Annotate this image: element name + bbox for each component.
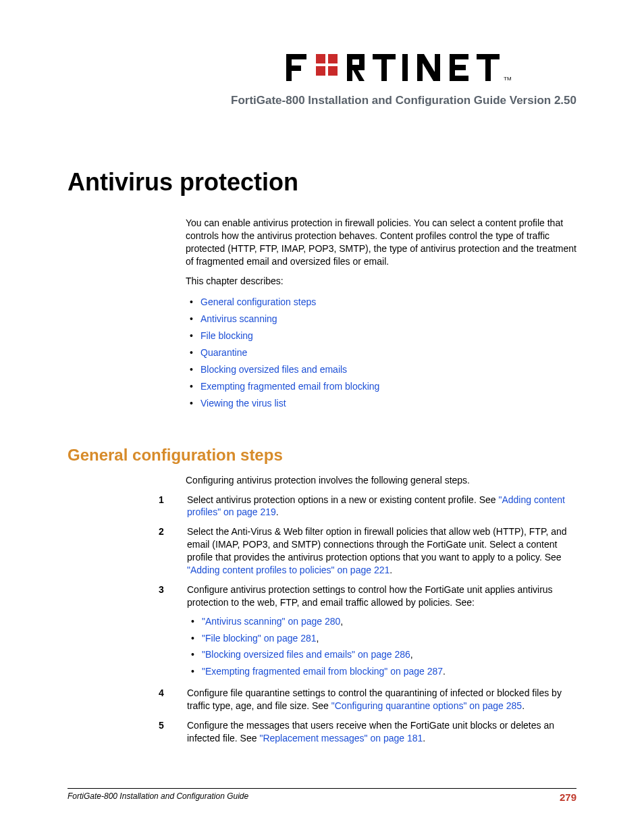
toc-link-general-config[interactable]: General configuration steps bbox=[200, 296, 316, 307]
link-antivirus-scanning-page[interactable]: "Antivirus scanning" on page 280 bbox=[202, 616, 340, 627]
step-number: 4 bbox=[159, 687, 187, 712]
step-body: Select the Anti-Virus & Web filter optio… bbox=[187, 525, 576, 577]
punct: , bbox=[410, 649, 413, 660]
step-number: 1 bbox=[159, 494, 187, 519]
step-text-tail: . bbox=[423, 733, 425, 744]
step-number: 3 bbox=[159, 583, 187, 680]
step-number: 5 bbox=[159, 719, 187, 745]
svg-rect-2 bbox=[286, 66, 301, 71]
step-text-tail: . bbox=[522, 700, 525, 711]
svg-rect-13 bbox=[381, 54, 387, 81]
chapter-title: Antivirus protection bbox=[68, 168, 576, 197]
toc-item: Blocking oversized files and emails bbox=[186, 361, 576, 378]
header-subtitle: FortiGate-800 Installation and Configura… bbox=[68, 94, 576, 107]
step-body: Select antivirus protection options in a… bbox=[187, 494, 576, 519]
toc-item: Exempting fragmented email from blocking bbox=[186, 378, 576, 395]
svg-rect-20 bbox=[450, 65, 466, 70]
step-4: 4 Configure file quarantine settings to … bbox=[68, 687, 576, 712]
svg-rect-4 bbox=[328, 54, 338, 63]
step-text: Configure antivirus protection settings … bbox=[187, 584, 553, 608]
link-blocking-oversized-page[interactable]: "Blocking oversized files and emails" on… bbox=[202, 649, 410, 660]
svg-rect-21 bbox=[450, 76, 468, 81]
toc-item: General configuration steps bbox=[186, 294, 576, 311]
footer-doc-title: FortiGate-800 Installation and Configura… bbox=[68, 791, 248, 803]
toc-item: Quarantine bbox=[186, 344, 576, 361]
toc-link-exempting-fragmented[interactable]: Exempting fragmented email from blocking bbox=[200, 381, 379, 392]
step-text: Select the Anti-Virus & Web filter optio… bbox=[187, 526, 567, 563]
section-heading-general-config: General configuration steps bbox=[68, 446, 576, 465]
toc-item: Viewing the virus list bbox=[186, 395, 576, 412]
toc-link-viewing-virus-list[interactable]: Viewing the virus list bbox=[200, 398, 286, 409]
link-file-blocking-page[interactable]: "File blocking" on page 281 bbox=[202, 633, 317, 644]
svg-rect-19 bbox=[450, 54, 468, 59]
step-body: Configure antivirus protection settings … bbox=[187, 583, 576, 680]
sub-item: "Exempting fragmented email from blockin… bbox=[187, 663, 576, 680]
step-body: Configure the messages that users receiv… bbox=[187, 719, 576, 745]
footer-page-number: 279 bbox=[560, 791, 576, 803]
svg-rect-23 bbox=[485, 54, 491, 81]
punct: , bbox=[317, 633, 319, 644]
step-text-tail: . bbox=[276, 506, 279, 517]
toc-link-file-blocking[interactable]: File blocking bbox=[200, 330, 253, 341]
svg-rect-6 bbox=[328, 66, 338, 76]
step-5: 5 Configure the messages that users rece… bbox=[68, 719, 576, 745]
chapter-toc: General configuration steps Antivirus sc… bbox=[186, 294, 576, 411]
step-3-sublist: "Antivirus scanning" on page 280, "File … bbox=[187, 613, 576, 681]
toc-link-blocking-oversized[interactable]: Blocking oversized files and emails bbox=[200, 364, 347, 375]
svg-rect-3 bbox=[316, 54, 325, 63]
document-page: TM FortiGate-800 Installation and Config… bbox=[0, 0, 644, 834]
toc-item: File blocking bbox=[186, 328, 576, 344]
logo-wrapper: TM bbox=[68, 51, 576, 87]
step-2: 2 Select the Anti-Virus & Web filter opt… bbox=[68, 525, 576, 577]
sub-item: "Blocking oversized files and emails" on… bbox=[187, 646, 576, 663]
link-adding-profiles-to-policies[interactable]: "Adding content profiles to policies" on… bbox=[187, 565, 390, 575]
toc-link-quarantine[interactable]: Quarantine bbox=[200, 347, 247, 358]
intro-block: You can enable antivirus protection in f… bbox=[186, 217, 576, 432]
svg-text:TM: TM bbox=[504, 76, 512, 82]
toc-item: Antivirus scanning bbox=[186, 311, 576, 328]
svg-rect-14 bbox=[402, 54, 408, 81]
page-footer: FortiGate-800 Installation and Configura… bbox=[68, 788, 576, 803]
step-number: 2 bbox=[159, 525, 187, 577]
step-3: 3 Configure antivirus protection setting… bbox=[68, 583, 576, 680]
sub-item: "Antivirus scanning" on page 280, bbox=[187, 613, 576, 630]
toc-link-antivirus-scanning[interactable]: Antivirus scanning bbox=[200, 313, 277, 324]
step-text: Select antivirus protection options in a… bbox=[187, 494, 498, 505]
punct: , bbox=[340, 616, 343, 627]
punct: . bbox=[443, 666, 446, 677]
step-1: 1 Select antivirus protection options in… bbox=[68, 494, 576, 519]
link-replacement-messages[interactable]: "Replacement messages" on page 181 bbox=[259, 733, 423, 744]
section-intro-wrapper: Configuring antivirus protection involve… bbox=[186, 474, 576, 494]
link-exempting-fragmented-page[interactable]: "Exempting fragmented email from blockin… bbox=[202, 666, 443, 677]
sub-item: "File blocking" on page 281, bbox=[187, 630, 576, 647]
fortinet-logo: TM bbox=[286, 51, 576, 84]
intro-paragraph-1: You can enable antivirus protection in f… bbox=[186, 217, 576, 268]
intro-paragraph-2: This chapter describes: bbox=[186, 275, 576, 288]
svg-rect-5 bbox=[316, 66, 325, 76]
link-configuring-quarantine[interactable]: "Configuring quarantine options" on page… bbox=[331, 700, 522, 711]
section-intro: Configuring antivirus protection involve… bbox=[186, 474, 576, 487]
step-body: Configure file quarantine settings to co… bbox=[187, 687, 576, 712]
step-text-tail: . bbox=[390, 565, 392, 575]
